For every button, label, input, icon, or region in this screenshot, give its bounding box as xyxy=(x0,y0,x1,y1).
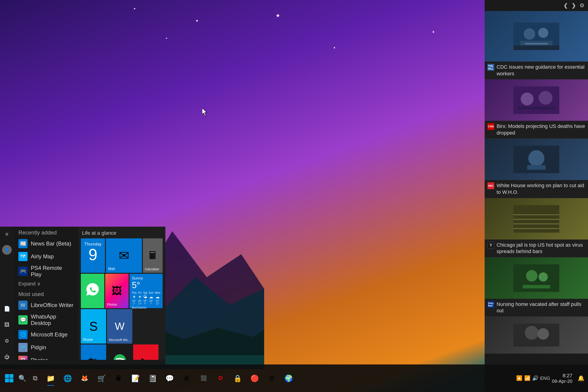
clock-area[interactable]: 8:27 09-Apr-20 xyxy=(552,373,575,384)
news-settings-button[interactable]: ⚙ xyxy=(580,2,584,9)
language-indicator[interactable]: ENG xyxy=(540,376,550,381)
tile-calculator[interactable]: 🖩 Calculator xyxy=(143,238,162,273)
news-source-icon-birx: CNN xyxy=(488,123,494,130)
photos-label: Photos xyxy=(107,303,117,306)
news-source-icon-cdc: THEHILL xyxy=(488,64,494,71)
wf-mon: Mon ☁ 21° 10° xyxy=(155,291,160,305)
sidebar-pictures[interactable]: 🖼 xyxy=(2,320,12,330)
news-img-birx xyxy=(485,80,588,121)
taskbar-app-onenote[interactable]: 📓 xyxy=(144,370,160,386)
app-photos[interactable]: 🖼 Photos xyxy=(14,354,78,360)
tile-store[interactable]: 🛍 Microsoft Store xyxy=(81,344,106,360)
svg-rect-21 xyxy=(513,224,559,224)
svg-marker-4 xyxy=(202,108,207,116)
tile-skype[interactable]: S Skype xyxy=(81,309,106,344)
tile-weather[interactable]: Sunny 5° Thu ☀ 22° 5° Fri ☀ 23° xyxy=(130,274,162,308)
taskbar-app-firefox[interactable]: 🦊 xyxy=(76,370,92,386)
taskbar-app-remote[interactable]: 🖥 xyxy=(178,370,194,386)
user-avatar[interactable]: 👤 xyxy=(2,245,12,255)
wf-thu-icon: ☀ xyxy=(132,294,136,300)
news-item-cdc[interactable]: THEHILL CDC issues new guidance for esse… xyxy=(485,11,588,80)
taskbar-app-calc[interactable]: 🖩 xyxy=(110,370,126,386)
taskbar-app-file-explorer[interactable]: 📁 xyxy=(42,370,58,386)
tile-photos[interactable]: 🖼 Photos xyxy=(105,274,128,308)
tile-word[interactable]: W Microsoft Wo... xyxy=(107,309,132,344)
taskbar-app-terminal[interactable]: ⬛ xyxy=(196,370,212,386)
sidebar-documents[interactable]: 📄 xyxy=(2,304,12,314)
tile-mail[interactable]: ✉ Mail xyxy=(106,238,142,273)
weather-city: Bucharest xyxy=(132,306,160,309)
sidebar-power[interactable]: ⏻ xyxy=(2,352,12,362)
app-edge[interactable]: 🌐 Microsoft Edge xyxy=(14,328,78,341)
recently-added-header: Recently added xyxy=(14,227,78,237)
taskbar-app-browser2[interactable]: 🔴 xyxy=(246,370,262,386)
svg-rect-38 xyxy=(5,378,9,382)
sidebar-settings[interactable]: ⚙ xyxy=(2,336,12,346)
start-button[interactable] xyxy=(2,371,16,385)
svg-point-13 xyxy=(538,91,552,105)
app-libreoffice-writer[interactable]: W LibreOffice Writer xyxy=(14,299,78,312)
app-airly-map[interactable]: 🗺 Airly Map xyxy=(14,250,78,263)
app-name-edge: Microsoft Edge xyxy=(31,331,68,338)
news-text-cdc: CDC issues new guidance for essential wo… xyxy=(496,64,585,77)
search-icon: 🔍 xyxy=(18,374,26,382)
news-item-bottom[interactable] xyxy=(485,317,588,354)
news-item-white-house[interactable]: NBC White House working on plan to cut a… xyxy=(485,139,588,198)
news-item-chicago[interactable]: 𝕋 Chicago jail is top US hot spot as vir… xyxy=(485,198,588,258)
sidebar-hamburger[interactable]: ≡ xyxy=(2,229,12,239)
app-news-bar[interactable]: 📰 News Bar (Beta) xyxy=(14,237,78,250)
volume-icon[interactable]: 🔊 xyxy=(532,375,538,381)
clock-date: 09-Apr-20 xyxy=(552,379,572,384)
wf-mon-icon: ☁ xyxy=(156,294,160,300)
tiles-area: Life at a glance Thursday 9 ✉ Mail 🖩 Cal… xyxy=(78,227,166,360)
app-whatsapp[interactable]: 💬 WhatsApp Desktop xyxy=(14,312,78,328)
app-pidgin[interactable]: 🐦 Pidgin xyxy=(14,341,78,354)
expand-button[interactable]: Expand ∨ xyxy=(14,280,78,288)
tile-whatsapp[interactable] xyxy=(81,274,104,308)
taskbar-app-tor[interactable]: 🌍 xyxy=(280,370,296,386)
taskbar-app-chrome[interactable]: ⚙ xyxy=(264,370,280,386)
notification-icon: 🔔 xyxy=(578,375,584,381)
taskbar-app-vpn[interactable]: 🔒 xyxy=(230,370,246,386)
taskbar-app-opera[interactable]: O xyxy=(212,370,228,386)
star-1: ✦ xyxy=(195,18,199,24)
tile-spotify[interactable]: Spotify xyxy=(107,344,132,360)
wf-fri: Fri ☀ 23° 10° xyxy=(138,291,142,305)
wf-sun-day: Sun xyxy=(148,291,154,294)
search-button[interactable]: 🔍 xyxy=(16,372,29,385)
news-back-button[interactable]: ❮ xyxy=(564,2,568,9)
taskbar-app-notepad[interactable]: 📝 xyxy=(128,370,144,386)
app-icon-libreoffice: W xyxy=(18,300,28,310)
news-item-nursing[interactable]: DailyMail Nursing home vacated after sta… xyxy=(485,258,588,317)
tile-movies[interactable]: ▶ Movies & TV xyxy=(133,344,158,360)
wf-thu: Thu ☀ 22° 5° xyxy=(132,291,137,305)
taskbar: 🔍 ⧉ 📁 🌐 🦊 🛒 🖩 📝 📓 💬 🖥 ⬛ O 🔒 🔴 ⚙ 🌍 🔼 xyxy=(0,364,588,392)
notification-button[interactable]: 🔔 xyxy=(576,374,586,382)
taskbar-app-store[interactable]: 🛒 xyxy=(94,370,110,386)
news-text-chicago: Chicago jail is top US hot spot as virus… xyxy=(496,242,585,255)
news-img-bottom xyxy=(485,317,588,354)
svg-point-6 xyxy=(524,28,535,40)
news-item-birx[interactable]: CNN Birx: Models projecting US deaths ha… xyxy=(485,80,588,139)
network-icon[interactable]: 📶 xyxy=(524,375,530,381)
svg-rect-19 xyxy=(513,214,559,215)
news-header: ❮ ❯ ⚙ xyxy=(485,0,588,11)
app-ps4-remote[interactable]: 🎮 PS4 Remote Play xyxy=(14,263,78,280)
taskbar-app-whatsapp-taskbar[interactable]: 💬 xyxy=(162,370,178,386)
svg-point-24 xyxy=(526,270,538,282)
wf-thu-lo: 5° xyxy=(133,302,136,305)
show-hidden-icons-button[interactable]: 🔼 xyxy=(516,375,522,381)
wf-fri-icon: ☀ xyxy=(138,294,142,300)
desktop: ✦ ✦ ★ ✦ ★ ✦ ✦ ❮ ❯ ⚙ xyxy=(0,0,588,392)
news-forward-button[interactable]: ❯ xyxy=(572,2,576,9)
taskbar-app-edge[interactable]: 🌐 xyxy=(60,370,76,386)
news-item-cdc-content: THEHILL CDC issues new guidance for esse… xyxy=(485,62,588,79)
weather-forecast-row: Thu ☀ 22° 5° Fri ☀ 23° 10° Sat xyxy=(132,291,160,305)
task-view-button[interactable]: ⧉ xyxy=(29,372,41,385)
tile-calendar[interactable]: Thursday 9 xyxy=(81,238,105,273)
mouse-cursor xyxy=(202,108,208,117)
calc-icon: 🖩 xyxy=(148,250,158,262)
app-name-ps4-remote: PS4 Remote Play xyxy=(31,265,74,278)
app-name-photos: Photos xyxy=(31,357,48,360)
tiles-row-1: Thursday 9 ✉ Mail 🖩 Calculator xyxy=(81,238,162,273)
